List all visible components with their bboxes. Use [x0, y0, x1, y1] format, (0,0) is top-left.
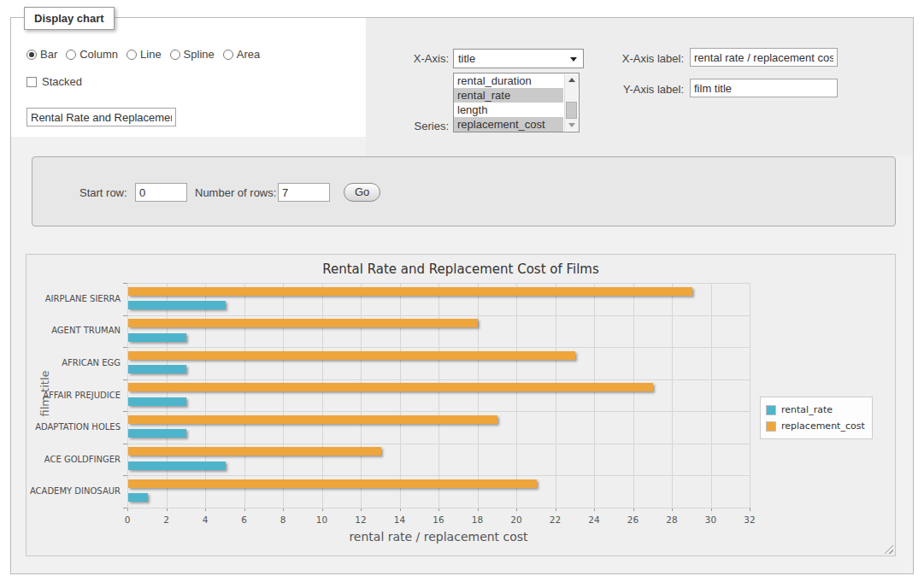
bar-replacement_cost	[128, 287, 692, 296]
number-of-rows-input[interactable]	[278, 183, 330, 202]
bar-replacement_cost	[128, 447, 381, 456]
gridline	[478, 283, 479, 508]
y-tick-mark	[123, 347, 127, 348]
gridline	[594, 283, 595, 508]
legend-swatch	[766, 405, 776, 415]
radio-area[interactable]: Area	[223, 48, 260, 61]
gridline	[322, 283, 323, 508]
x-tick-label: 6	[232, 514, 257, 525]
x-tick-label: 32	[737, 514, 762, 525]
y-tick-mark	[123, 508, 127, 509]
scroll-down-icon[interactable]	[565, 119, 579, 131]
scrollbar-thumb[interactable]	[566, 102, 577, 119]
stacked-checkbox[interactable]: Stacked	[26, 75, 82, 88]
gridline	[127, 379, 750, 380]
bar-replacement_cost	[128, 319, 478, 327]
x-tick-label: 4	[192, 514, 218, 525]
y-axis-label-input[interactable]	[690, 79, 838, 97]
chart-title-input[interactable]	[26, 108, 176, 126]
series-options: rental_durationrental_ratelengthreplacem…	[454, 73, 579, 132]
bar-replacement_cost	[128, 415, 497, 424]
gridline	[516, 283, 517, 508]
number-of-rows-label: Number of rows:	[195, 186, 276, 199]
bar-rental_rate	[128, 397, 186, 406]
gridline	[361, 283, 362, 508]
category-label: AFRICAN EGG	[25, 358, 121, 367]
radio-column[interactable]: Column	[66, 48, 118, 61]
go-button[interactable]: Go	[344, 183, 380, 202]
gridline	[127, 315, 750, 316]
bar-replacement_cost	[128, 383, 653, 391]
x-tick-label: 30	[698, 514, 724, 525]
category-label: ACE GOLDFINGER	[25, 455, 121, 464]
radio-icon	[223, 50, 233, 60]
category-label: ACADEMY DINOSAUR	[25, 486, 121, 496]
y-tick-mark	[123, 379, 127, 380]
bar-rental_rate	[128, 429, 186, 438]
gridline	[400, 283, 401, 508]
legend-label: rental_rate	[781, 404, 833, 415]
legend-item-rental_rate[interactable]: rental_rate	[766, 402, 865, 418]
x-tick-label: 24	[581, 514, 607, 525]
start-row-input[interactable]	[135, 183, 187, 202]
x-tick-mark	[750, 508, 750, 511]
scroll-up-icon[interactable]	[565, 74, 579, 86]
x-tick-label: 8	[270, 514, 296, 525]
x-tick-label: 20	[503, 514, 529, 525]
series-scrollbar[interactable]	[564, 74, 578, 131]
radio-label: Spline	[184, 48, 215, 61]
category-label: AIRPLANE SIERRA	[25, 294, 121, 303]
series-listbox[interactable]: rental_durationrental_ratelengthreplacem…	[453, 73, 580, 132]
x-axis-select-label: X-Axis:	[389, 52, 449, 65]
series-option-length[interactable]: length	[454, 103, 563, 117]
y-tick-mark	[123, 315, 127, 316]
x-tick-label: 16	[426, 514, 451, 525]
stacked-label: Stacked	[42, 75, 82, 88]
start-row-label: Start row:	[79, 186, 127, 199]
gridline	[127, 508, 750, 509]
chart-container: Rental Rate and Replacement Cost of Film…	[26, 254, 896, 556]
bar-rental_rate	[128, 493, 148, 502]
y-tick-mark	[123, 444, 127, 444]
x-axis-label-label: X-Axis label:	[607, 52, 684, 65]
category-label: AGENT TRUMAN	[25, 326, 121, 335]
row-range-panel: Start row: Number of rows: Go	[32, 156, 896, 226]
x-axis-select-value: title	[458, 52, 475, 65]
y-tick-mark	[123, 411, 127, 412]
bar-rental_rate	[128, 301, 226, 309]
series-option-rental_rate[interactable]: rental_rate	[454, 88, 563, 103]
chart-type-group: BarColumnLineSplineArea	[26, 48, 268, 61]
gridline	[244, 283, 245, 508]
category-label: AFFAIR PREJUDICE	[25, 391, 121, 400]
series-option-replacement_cost[interactable]: replacement_cost	[454, 117, 563, 132]
radio-label: Bar	[40, 48, 57, 61]
x-tick-label: 12	[348, 514, 374, 525]
series-select-label: Series:	[389, 120, 449, 132]
gridline	[711, 283, 712, 508]
gridline	[750, 283, 750, 508]
chart-title: Rental Rate and Replacement Cost of Film…	[26, 262, 895, 277]
gridline	[127, 444, 750, 444]
x-tick-label: 14	[387, 514, 413, 525]
series-option-rental_duration[interactable]: rental_duration	[454, 73, 563, 88]
radio-spline[interactable]: Spline	[170, 48, 215, 61]
x-tick-label: 26	[621, 514, 646, 525]
chevron-down-icon	[570, 57, 577, 62]
legend-label: replacement_cost	[781, 420, 865, 432]
x-axis-select[interactable]: title	[453, 49, 584, 68]
x-axis-label-input[interactable]	[690, 48, 838, 67]
radio-line[interactable]: Line	[127, 48, 162, 61]
radio-label: Column	[79, 48, 118, 61]
resize-handle-icon[interactable]	[884, 544, 893, 554]
x-tick-label: 10	[309, 514, 335, 525]
gridline	[127, 347, 750, 348]
gridline	[633, 283, 634, 508]
bar-rental_rate	[128, 365, 186, 373]
gridline	[127, 475, 750, 476]
bar-rental_rate	[128, 333, 186, 342]
gridline	[127, 411, 750, 412]
radio-bar[interactable]: Bar	[26, 48, 57, 61]
legend-item-replacement_cost[interactable]: replacement_cost	[766, 418, 865, 434]
gridline	[127, 283, 750, 284]
x-tick-label: 28	[659, 514, 685, 525]
